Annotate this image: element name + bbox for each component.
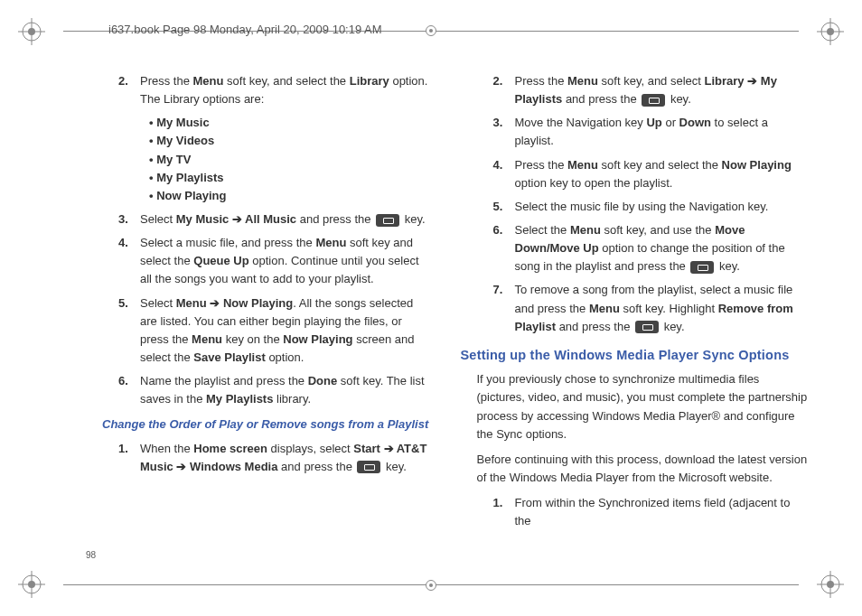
registration-dot-icon [426, 25, 436, 36]
step-number: 4. [493, 156, 515, 192]
subsection-heading: Change the Order of Play or Remove songs… [102, 415, 434, 434]
print-header: i637.book Page 98 Monday, April 20, 2009… [108, 23, 382, 36]
step-text: From within the Synchronized items field… [515, 494, 809, 530]
section-heading: Setting up the Windows Media Player Sync… [461, 345, 809, 365]
ok-key-icon [376, 214, 399, 227]
list-item: 2. Press the Menu soft key, and select L… [461, 72, 809, 108]
list-item: 7. To remove a song from the playlist, s… [461, 281, 809, 335]
step-number: 1. [493, 494, 515, 530]
page-number: 98 [86, 550, 96, 560]
list-item: 1. When the Home screen displays, select… [86, 440, 434, 476]
bullet-item: My Music [149, 114, 434, 132]
ok-key-icon [690, 261, 714, 274]
bullet-item: My Videos [149, 132, 434, 150]
list-item: 3. Select My Music ➔ All Music and press… [86, 210, 434, 229]
step-text: Move the Navigation key Up or Down to se… [515, 114, 809, 150]
bullet-item: Now Playing [149, 187, 434, 205]
list-item: 5. Select the music file by using the Na… [461, 198, 809, 216]
left-column: 2. Press the Menu soft key, and select t… [86, 72, 434, 553]
crop-mark-icon [817, 571, 844, 598]
list-item: 1. From within the Synchronized items fi… [461, 494, 809, 530]
list-item: 4. Press the Menu soft key and select th… [461, 156, 809, 192]
crop-mark-icon [817, 18, 844, 45]
list-item: 5. Select Menu ➔ Now Playing. All the so… [86, 294, 434, 368]
step-number: 5. [493, 198, 515, 216]
list-item: 4. Select a music file, and press the Me… [86, 234, 434, 288]
step-text: When the Home screen displays, select St… [140, 440, 434, 476]
step-text: To remove a song from the playlist, sele… [515, 281, 809, 335]
step-text: Press the Menu soft key, and select Libr… [515, 72, 809, 108]
step-number: 6. [118, 372, 140, 408]
step-text: Select My Music ➔ All Music and press th… [140, 210, 434, 229]
ok-key-icon [635, 321, 659, 333]
page-content: 2. Press the Menu soft key, and select t… [86, 72, 808, 553]
paragraph: If you previously chose to synchronize m… [477, 370, 809, 443]
step-number: 2. [493, 72, 515, 108]
list-item: 6. Select the Menu soft key, and use the… [461, 221, 809, 275]
step-text: Select the music file by using the Navig… [515, 198, 809, 216]
step-text: Press the Menu soft key and select the N… [515, 156, 809, 192]
step-number: 5. [118, 294, 140, 368]
list-item: 3. Move the Navigation key Up or Down to… [461, 114, 809, 150]
bullet-list: My Music My Videos My TV My Playlists No… [86, 114, 434, 205]
paragraph: Before continuing with this process, dow… [477, 451, 809, 487]
step-text: Name the playlist and press the Done sof… [140, 372, 434, 408]
step-number: 2. [118, 72, 140, 108]
ok-key-icon [357, 461, 380, 473]
step-number: 7. [493, 281, 515, 335]
ok-key-icon [642, 94, 665, 107]
step-text: Select a music file, and press the Menu … [140, 234, 434, 288]
right-column: 2. Press the Menu soft key, and select L… [461, 72, 809, 553]
step-text: Select Menu ➔ Now Playing. All the songs… [140, 294, 434, 368]
registration-dot-icon [426, 580, 436, 591]
bullet-item: My TV [149, 151, 434, 169]
crop-mark-icon [18, 571, 45, 598]
step-number: 3. [493, 114, 515, 150]
step-number: 3. [118, 210, 140, 229]
step-text: Press the Menu soft key, and select the … [140, 72, 434, 108]
crop-mark-icon [18, 18, 45, 45]
step-number: 6. [493, 221, 515, 275]
bullet-item: My Playlists [149, 169, 434, 187]
step-number: 1. [118, 440, 140, 476]
list-item: 6. Name the playlist and press the Done … [86, 372, 434, 408]
list-item: 2. Press the Menu soft key, and select t… [86, 72, 434, 108]
step-number: 4. [118, 234, 140, 288]
step-text: Select the Menu soft key, and use the Mo… [515, 221, 809, 275]
